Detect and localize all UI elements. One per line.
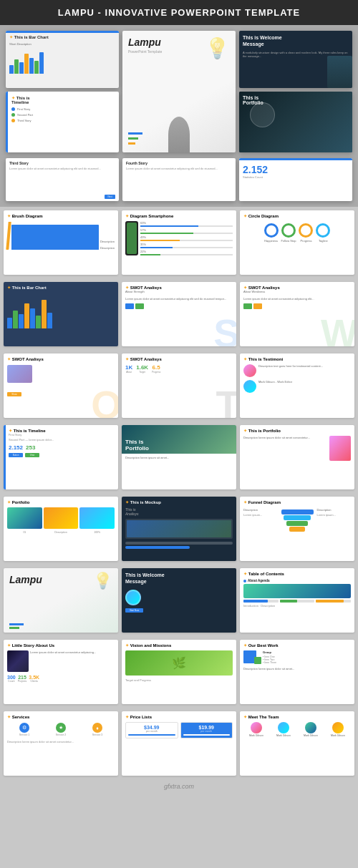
slide-fourth-story[interactable]: Fourth Story Lorem ipsum dolor sit amet …: [122, 158, 236, 201]
slide-price-lists[interactable]: ✦ Price Lists $34.99 per month $19.99 pe…: [122, 711, 236, 776]
swot-w-subtitle: About Weakness: [243, 290, 351, 293]
slide-bar-chart-hero[interactable]: ✦ This is Bar Chart Short Description: [6, 31, 119, 88]
best-work-title: Our Best Work: [248, 643, 279, 648]
team-member-2: Mark Gibson: [271, 734, 296, 737]
funnel-title: Funnel Diagram: [248, 500, 281, 504]
circle-diagram-title: Circle Diagram: [248, 214, 279, 218]
little-story-title: Little Story About Us: [12, 643, 54, 648]
header: LAMPU - INNOVATIVE POWERPOINT TEMPLATE: [0, 0, 358, 25]
slide-best-work[interactable]: ✦ Our Best Work Group • Item One • Item …: [240, 640, 354, 704]
smartphone-title: Diagram Smartphone: [130, 214, 174, 218]
slide-lampu-cover[interactable]: Lampu 💡 PowerPoint Template: [122, 31, 236, 152]
slide-bar-chart-title: This is Bar Chart: [14, 35, 49, 39]
slide-row-1: ✦ Brush Diagram Description Description …: [0, 207, 358, 278]
slide-row-3: ✦ SWOT Analisys O Show ✦ SWOT Analisys T…: [0, 350, 358, 421]
team-member-1: Mark Gibson: [243, 734, 269, 737]
swot-s-subtitle: About Strength: [125, 290, 233, 293]
slide-swot-t[interactable]: ✦ SWOT Analisys T 1K About 1.6K Target 6…: [122, 353, 236, 418]
hero-section: ✦ This is Bar Chart Short Description La…: [0, 25, 358, 158]
slide-diagram-smartphone[interactable]: ✦ Diagram Smartphone 63% 57% 43% 35%: [122, 210, 236, 275]
slide-row-7: ✦ Little Story About Us Lorem ipsum dolo…: [0, 636, 358, 708]
brush-desc-2: Description: [100, 246, 115, 250]
slide-portfolio-2[interactable]: ✦ This is Portfolio Description lorem ip…: [240, 425, 354, 489]
header-title: LAMPU - INNOVATIVE POWERPOINT TEMPLATE: [58, 7, 300, 18]
footer-watermark: gfxtra.com: [0, 779, 358, 794]
meet-team-title: Meet The Team: [248, 715, 279, 719]
slide-meet-team[interactable]: ✦ Meet The Team Mark Gibson Mark Gibson …: [240, 711, 354, 776]
slide-timeline-hero[interactable]: ✦ This isTimeline First Story Second Par…: [6, 92, 119, 152]
slide-lampu-cover-2[interactable]: Lampu 💡: [4, 568, 118, 633]
slide-row-4: ✦ This is Timeline First Story Second Pa…: [0, 421, 358, 493]
slide-portfolio-3cards[interactable]: ✦ Portfolio 01 Description 100%: [4, 497, 118, 561]
slide-third-story[interactable]: Third Story Lorem ipsum dolor sit amet c…: [6, 158, 119, 201]
slide-portfolio-dark-hero[interactable]: This isPortfolio: [239, 92, 352, 152]
slide-row-6: Lampu 💡 This is WelcomeMessage Start Now…: [0, 565, 358, 636]
slide-funnel[interactable]: ✦ Funnel Diagram Description Lorem ipsum…: [240, 497, 354, 561]
slide-timeline-story[interactable]: ✦ This is Timeline First Story Second Pa…: [4, 425, 118, 489]
slide-bar-chart-dark[interactable]: ✦ This is Bar Chart: [4, 282, 118, 346]
slide-testimonial[interactable]: ✦ This is Testimoni Description text goe…: [240, 353, 354, 418]
table-contents-title: Table of Contents: [248, 572, 284, 576]
slide-circle-diagram[interactable]: ✦ Circle Diagram Happiness Follow Stop P…: [240, 210, 354, 275]
swot-o-title: SWOT Analisys: [12, 357, 44, 361]
slide-row-2: ✦ This is Bar Chart ✦ SWOT Analisys Abou…: [0, 278, 358, 350]
stats-row-hero: Third Story Lorem ipsum dolor sit amet c…: [0, 158, 358, 207]
slide-mockup[interactable]: ✦ This is Mockup This isAnalisys: [122, 497, 236, 561]
slide-row-5: ✦ Portfolio 01 Description 100% ✦ This i…: [0, 493, 358, 565]
services-title: Services: [12, 715, 30, 719]
team-member-3: Mark Gibson: [298, 734, 324, 737]
vision-title: Vision and Missions: [130, 643, 172, 648]
price-1: $34.99: [128, 725, 175, 730]
slide-welcome-hero[interactable]: This is WelcomeMessage A modularly struc…: [239, 31, 352, 88]
price-lists-title: Price Lists: [130, 715, 152, 719]
welcome-hero-title: This is WelcomeMessage: [243, 35, 282, 47]
swot-t-title: SWOT Analisys: [130, 357, 162, 361]
slide-portfolio-1[interactable]: This isPortfolio Description lorem ipsum…: [122, 425, 236, 489]
mockup-title: This is Mockup: [130, 500, 161, 504]
slide-swot-s[interactable]: ✦ SWOT Analisys About Strength S Lorem i…: [122, 282, 236, 346]
brush-diagram-title: Brush Diagram: [12, 214, 43, 218]
slide-swot-o[interactable]: ✦ SWOT Analisys O Show: [4, 353, 118, 418]
slide-vision[interactable]: ✦ Vision and Missions 🌿 Target and Progr…: [122, 640, 236, 704]
lamp-icon: 💡: [205, 36, 230, 60]
team-member-4: Mark Gibson: [325, 734, 351, 737]
slide-welcome-2[interactable]: This is WelcomeMessage Start Now: [122, 568, 236, 633]
slide-brush-diagram[interactable]: ✦ Brush Diagram Description Description: [4, 210, 118, 275]
lamp-icon-2: 💡: [93, 572, 112, 590]
watermark-text: gfxtra.com: [164, 783, 194, 790]
main-wrapper: LAMPU - INNOVATIVE POWERPOINT TEMPLATE ✦…: [0, 0, 358, 794]
slide-swot-w[interactable]: ✦ SWOT Analisys About Weakness W Lorem i…: [240, 282, 354, 346]
slide-services[interactable]: ✦ Services ⚙ Service 1 ★ Service 2 ♦ Ser…: [4, 711, 118, 776]
price-2: $19.99: [183, 725, 231, 730]
brush-desc-1: Description: [100, 240, 115, 243]
slide-row-8: ✦ Services ⚙ Service 1 ★ Service 2 ♦ Ser…: [0, 708, 358, 779]
slide-table-contents[interactable]: ✦ Table of Contents About Agenda Introdu…: [240, 568, 354, 633]
slide-stats-2152[interactable]: 2.152 Statistics Count: [239, 158, 352, 201]
testimonial-title: This is Testimoni: [248, 357, 284, 361]
slide-little-story[interactable]: ✦ Little Story About Us Lorem ipsum dolo…: [4, 640, 118, 704]
